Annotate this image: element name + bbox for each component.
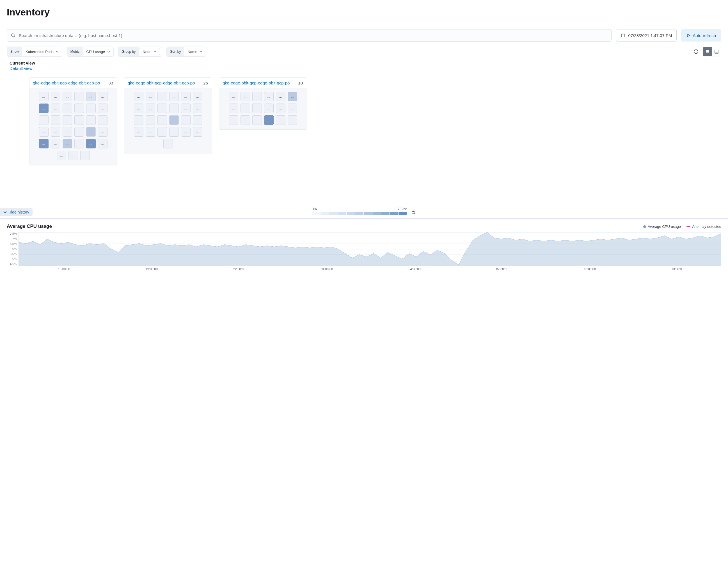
pod-cell[interactable]: …	[163, 139, 173, 148]
pod-cell[interactable]: …	[39, 115, 49, 125]
pod-cell[interactable]: …	[252, 92, 262, 101]
pod-cell[interactable]: …	[169, 92, 179, 101]
table-view-button[interactable]	[712, 47, 721, 56]
chart-legend-item[interactable]: Anomaly detected	[686, 224, 721, 229]
pod-cell[interactable]: …	[157, 127, 167, 137]
show-history-icon-button[interactable]	[692, 47, 700, 56]
pod-cell[interactable]: …	[134, 127, 143, 137]
pod-cell[interactable]: …	[169, 104, 179, 113]
pod-cell[interactable]: …	[229, 104, 238, 113]
pod-cell[interactable]: …	[98, 139, 107, 148]
pod-cell[interactable]: …	[276, 92, 285, 101]
group-title[interactable]: gke-edge-oblt-gcp-edge-oblt-gcp-po	[29, 78, 104, 88]
pod-cell[interactable]: …	[39, 127, 49, 137]
pod-cell[interactable]: …	[51, 139, 60, 148]
pod-cell[interactable]: …	[146, 115, 155, 125]
pod-cell[interactable]: …	[252, 104, 262, 113]
pod-cell[interactable]: …	[98, 104, 107, 113]
pod-cell[interactable]: …	[241, 92, 250, 101]
filter-show[interactable]: Show Kubernetes Pods	[7, 47, 62, 57]
pod-cell[interactable]: …	[193, 92, 202, 101]
pod-cell[interactable]: …	[181, 104, 191, 113]
pod-cell[interactable]: …	[51, 127, 60, 137]
pod-cell[interactable]: …	[264, 115, 274, 125]
auto-refresh-button[interactable]: Auto-refresh	[681, 29, 721, 42]
grid-view-button[interactable]	[703, 47, 712, 56]
pod-cell[interactable]: …	[288, 104, 297, 113]
pod-cell[interactable]: …	[229, 92, 238, 101]
pod-cell[interactable]: …	[241, 115, 250, 125]
pod-cell[interactable]: …	[68, 151, 78, 160]
pod-cell[interactable]: …	[169, 127, 179, 137]
pod-cell[interactable]: …	[181, 115, 191, 125]
pod-cell[interactable]: …	[74, 127, 84, 137]
pod-cell[interactable]: …	[63, 127, 72, 137]
pod-cell[interactable]: …	[288, 92, 297, 101]
pod-cell[interactable]: …	[63, 115, 72, 125]
pod-cell[interactable]: …	[157, 115, 167, 125]
pod-cell[interactable]: …	[98, 127, 107, 137]
pod-cell[interactable]: …	[181, 92, 191, 101]
pod-cell[interactable]: …	[193, 127, 202, 137]
pod-cell[interactable]: …	[252, 115, 262, 125]
pod-cell[interactable]: …	[63, 139, 72, 148]
pod-cell[interactable]: …	[288, 115, 297, 125]
pod-cell[interactable]: …	[39, 104, 49, 113]
pod-cell[interactable]: …	[157, 92, 167, 101]
pod-cell[interactable]: …	[63, 92, 72, 101]
pod-cell[interactable]: …	[229, 115, 238, 125]
pod-cell[interactable]: …	[169, 115, 179, 125]
pod-cell[interactable]: …	[98, 92, 107, 101]
pod-cell[interactable]: …	[51, 104, 60, 113]
pod-cell[interactable]: …	[193, 115, 202, 125]
hide-history-button[interactable]: Hide history	[0, 208, 33, 216]
pod-cell[interactable]: …	[51, 92, 60, 101]
group-title[interactable]: gke-edge-oblt-gcp-edge-oblt-gcp-po	[124, 78, 199, 88]
pod-cell[interactable]: …	[134, 115, 143, 125]
pod-cell[interactable]: …	[39, 92, 49, 101]
pod-cell[interactable]: …	[80, 151, 90, 160]
pod-cell[interactable]: …	[51, 115, 60, 125]
pod-cell[interactable]: …	[86, 115, 96, 125]
pod-cell[interactable]: …	[146, 104, 155, 113]
pod-cell[interactable]: …	[241, 104, 250, 113]
filter-groupby[interactable]: Group by Node	[118, 47, 162, 57]
pod-cell[interactable]: …	[74, 139, 84, 148]
pod-cell[interactable]: …	[264, 104, 274, 113]
filter-sortby-value[interactable]: Name	[184, 47, 206, 56]
pod-cell[interactable]: …	[276, 115, 285, 125]
group-title[interactable]: gke-edge-oblt-gcp-edge-oblt-gcp-po	[219, 78, 294, 88]
pod-cell[interactable]: …	[181, 127, 191, 137]
pod-cell[interactable]: …	[86, 104, 96, 113]
settings-icon[interactable]	[411, 210, 416, 215]
date-picker[interactable]: 07/28/2021 1:47:07 PM	[616, 29, 677, 42]
pod-cell[interactable]: …	[74, 115, 84, 125]
pod-cell[interactable]: …	[134, 104, 143, 113]
pod-cell[interactable]: …	[146, 92, 155, 101]
pod-cell[interactable]: …	[86, 92, 96, 101]
pod-cell[interactable]: …	[63, 104, 72, 113]
pod-cell[interactable]: …	[276, 104, 285, 113]
pod-cell[interactable]: …	[39, 139, 49, 148]
pod-cell[interactable]: …	[98, 115, 107, 125]
pod-cell[interactable]: …	[74, 104, 84, 113]
pod-cell[interactable]: …	[146, 127, 155, 137]
filter-metric[interactable]: Metric CPU usage	[67, 47, 114, 57]
pod-cell[interactable]: …	[157, 104, 167, 113]
search-input[interactable]	[18, 33, 607, 38]
chart-legend-item[interactable]: Average CPU usage	[643, 224, 681, 229]
chart-plot[interactable]	[19, 232, 721, 266]
pod-cell[interactable]: …	[74, 92, 84, 101]
filter-sortby[interactable]: Sort by Name	[166, 47, 206, 57]
pod-cell[interactable]: …	[193, 104, 202, 113]
pod-cell[interactable]: …	[86, 127, 96, 137]
filter-show-value[interactable]: Kubernetes Pods	[22, 47, 62, 56]
filter-groupby-value[interactable]: Node	[139, 48, 160, 55]
search-input-wrap[interactable]	[7, 29, 612, 42]
filter-metric-value[interactable]: CPU usage	[83, 47, 113, 56]
pod-cell[interactable]: …	[134, 92, 143, 101]
default-view-link[interactable]: Default view	[10, 66, 721, 71]
pod-cell[interactable]: …	[86, 139, 96, 148]
pod-cell[interactable]: …	[57, 151, 66, 160]
pod-cell[interactable]: …	[264, 92, 274, 101]
